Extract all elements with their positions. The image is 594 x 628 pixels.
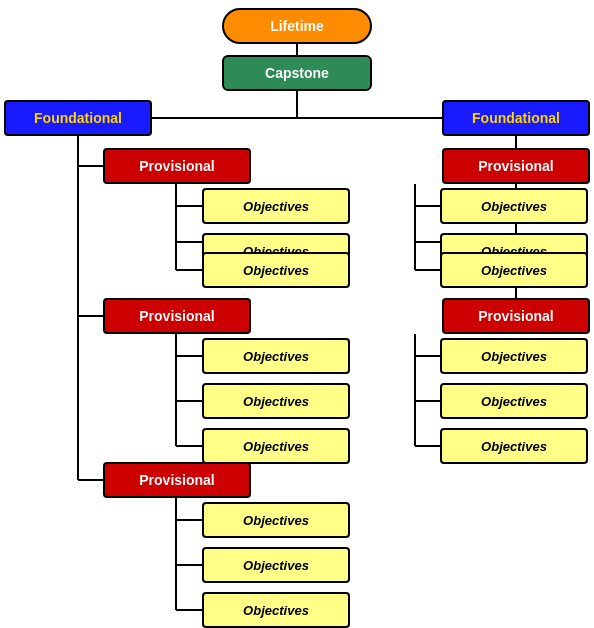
diagram: Lifetime Capstone Foundational Foundatio… <box>0 0 594 628</box>
objectives-l2-3-label: Objectives <box>243 439 309 454</box>
objectives-r1-3: Objectives <box>440 252 588 288</box>
objectives-l3-2: Objectives <box>202 547 350 583</box>
provisional-left-3-node: Provisional <box>103 462 251 498</box>
objectives-r1-1: Objectives <box>440 188 588 224</box>
objectives-r2-1-label: Objectives <box>481 349 547 364</box>
provisional-left-2-label: Provisional <box>139 308 214 324</box>
lifetime-node: Lifetime <box>222 8 372 44</box>
objectives-r1-1-label: Objectives <box>481 199 547 214</box>
provisional-right-2-label: Provisional <box>478 308 553 324</box>
objectives-r2-3: Objectives <box>440 428 588 464</box>
foundational-right-node: Foundational <box>442 100 590 136</box>
objectives-r2-2: Objectives <box>440 383 588 419</box>
capstone-label: Capstone <box>265 65 329 81</box>
foundational-left-node: Foundational <box>4 100 152 136</box>
objectives-l2-3: Objectives <box>202 428 350 464</box>
provisional-left-1-label: Provisional <box>139 158 214 174</box>
lifetime-label: Lifetime <box>270 18 324 34</box>
objectives-l1-1-label: Objectives <box>243 199 309 214</box>
objectives-l3-1: Objectives <box>202 502 350 538</box>
objectives-l2-1-label: Objectives <box>243 349 309 364</box>
objectives-r1-3-label: Objectives <box>481 263 547 278</box>
objectives-l2-2: Objectives <box>202 383 350 419</box>
foundational-right-label: Foundational <box>472 110 560 126</box>
provisional-left-2-node: Provisional <box>103 298 251 334</box>
objectives-l1-3: Objectives <box>202 252 350 288</box>
objectives-l3-3-label: Objectives <box>243 603 309 618</box>
objectives-r2-3-label: Objectives <box>481 439 547 454</box>
objectives-l3-3: Objectives <box>202 592 350 628</box>
objectives-l3-1-label: Objectives <box>243 513 309 528</box>
provisional-right-2-node: Provisional <box>442 298 590 334</box>
objectives-l3-2-label: Objectives <box>243 558 309 573</box>
foundational-left-label: Foundational <box>34 110 122 126</box>
provisional-right-1-label: Provisional <box>478 158 553 174</box>
objectives-l2-1: Objectives <box>202 338 350 374</box>
provisional-left-1-node: Provisional <box>103 148 251 184</box>
objectives-l2-2-label: Objectives <box>243 394 309 409</box>
provisional-right-1-node: Provisional <box>442 148 590 184</box>
objectives-r2-2-label: Objectives <box>481 394 547 409</box>
capstone-node: Capstone <box>222 55 372 91</box>
objectives-l1-3-label: Objectives <box>243 263 309 278</box>
objectives-l1-1: Objectives <box>202 188 350 224</box>
provisional-left-3-label: Provisional <box>139 472 214 488</box>
objectives-r2-1: Objectives <box>440 338 588 374</box>
